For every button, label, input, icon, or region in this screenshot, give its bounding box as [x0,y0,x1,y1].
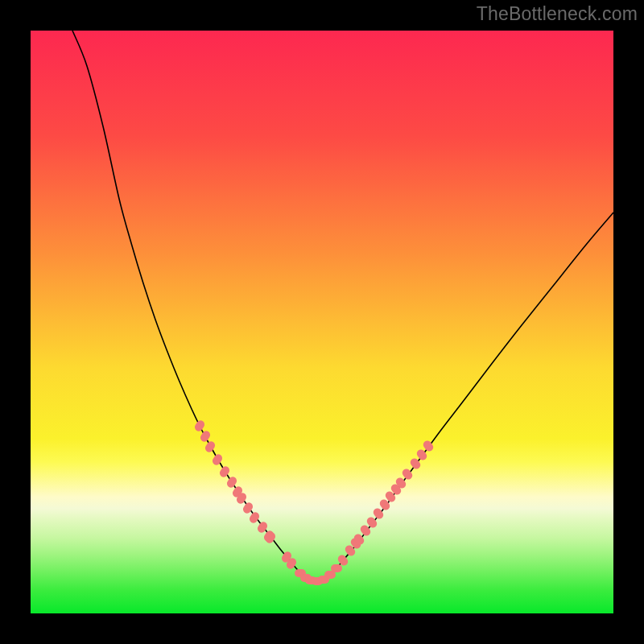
background-gradient [31,31,613,613]
watermark-label: TheBottleneck.com [477,3,638,25]
plot-area [31,31,613,613]
data-marker [331,564,342,572]
figure-frame: TheBottleneck.com [0,0,644,644]
chart-svg [31,31,613,613]
